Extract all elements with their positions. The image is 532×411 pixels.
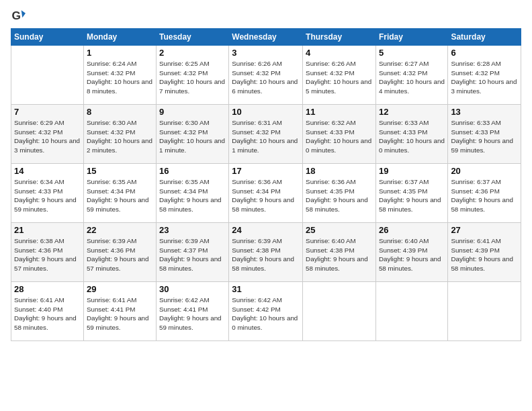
day-number: 7 <box>14 107 81 117</box>
calendar-table: SundayMondayTuesdayWednesdayThursdayFrid… <box>11 28 521 341</box>
day-detail: Sunrise: 6:32 AMSunset: 4:33 PMDaylight:… <box>306 119 371 154</box>
calendar-header-row: SundayMondayTuesdayWednesdayThursdayFrid… <box>11 29 521 46</box>
calendar-cell: 6 Sunrise: 6:28 AMSunset: 4:32 PMDayligh… <box>448 46 521 105</box>
weekday-header: Saturday <box>448 29 521 46</box>
day-number: 23 <box>159 225 226 235</box>
weekday-header: Tuesday <box>156 29 228 46</box>
day-number: 26 <box>379 225 445 235</box>
day-detail: Sunrise: 6:37 AMSunset: 4:36 PMDaylight:… <box>451 178 513 213</box>
calendar-cell <box>303 282 376 341</box>
page: G SundayMondayTuesdayWednesdayThursdayFr… <box>0 0 532 411</box>
calendar-week-row: 1 Sunrise: 6:24 AMSunset: 4:32 PMDayligh… <box>11 46 521 105</box>
day-number: 28 <box>14 284 81 294</box>
day-number: 31 <box>232 284 300 294</box>
day-number: 14 <box>14 166 81 176</box>
day-number: 3 <box>232 48 300 58</box>
day-number: 22 <box>87 225 153 235</box>
calendar-cell: 11 Sunrise: 6:32 AMSunset: 4:33 PMDaylig… <box>303 105 376 164</box>
day-detail: Sunrise: 6:27 AMSunset: 4:32 PMDaylight:… <box>379 60 445 95</box>
day-number: 1 <box>87 48 153 58</box>
day-detail: Sunrise: 6:25 AMSunset: 4:32 PMDaylight:… <box>159 60 225 95</box>
day-number: 2 <box>159 48 226 58</box>
calendar-cell: 26 Sunrise: 6:40 AMSunset: 4:39 PMDaylig… <box>375 223 447 282</box>
day-detail: Sunrise: 6:26 AMSunset: 4:32 PMDaylight:… <box>306 60 371 95</box>
calendar-cell: 2 Sunrise: 6:25 AMSunset: 4:32 PMDayligh… <box>156 46 228 105</box>
weekday-header: Sunday <box>11 29 84 46</box>
day-number: 30 <box>159 284 226 294</box>
day-detail: Sunrise: 6:33 AMSunset: 4:33 PMDaylight:… <box>379 119 445 154</box>
calendar-cell: 28 Sunrise: 6:41 AMSunset: 4:40 PMDaylig… <box>11 282 84 341</box>
day-detail: Sunrise: 6:42 AMSunset: 4:42 PMDaylight:… <box>232 296 298 331</box>
day-number: 11 <box>306 107 373 117</box>
day-number: 12 <box>379 107 445 117</box>
day-detail: Sunrise: 6:41 AMSunset: 4:41 PMDaylight:… <box>87 296 149 331</box>
day-number: 29 <box>87 284 153 294</box>
header: G <box>11 8 521 23</box>
svg-text:G: G <box>12 9 21 22</box>
calendar-cell: 22 Sunrise: 6:39 AMSunset: 4:36 PMDaylig… <box>83 223 156 282</box>
day-detail: Sunrise: 6:24 AMSunset: 4:32 PMDaylight:… <box>87 60 152 95</box>
day-detail: Sunrise: 6:36 AMSunset: 4:35 PMDaylight:… <box>306 178 368 213</box>
day-detail: Sunrise: 6:34 AMSunset: 4:33 PMDaylight:… <box>14 178 77 213</box>
svg-marker-1 <box>21 10 26 17</box>
day-number: 27 <box>451 225 518 235</box>
day-detail: Sunrise: 6:36 AMSunset: 4:34 PMDaylight:… <box>232 178 294 213</box>
calendar-week-row: 14 Sunrise: 6:34 AMSunset: 4:33 PMDaylig… <box>11 164 521 223</box>
calendar-cell: 13 Sunrise: 6:33 AMSunset: 4:33 PMDaylig… <box>448 105 521 164</box>
day-detail: Sunrise: 6:39 AMSunset: 4:37 PMDaylight:… <box>159 237 222 272</box>
calendar-cell: 9 Sunrise: 6:30 AMSunset: 4:32 PMDayligh… <box>156 105 228 164</box>
calendar-cell: 20 Sunrise: 6:37 AMSunset: 4:36 PMDaylig… <box>448 164 521 223</box>
day-detail: Sunrise: 6:31 AMSunset: 4:32 PMDaylight:… <box>232 119 298 154</box>
weekday-header: Wednesday <box>229 29 303 46</box>
calendar-cell: 12 Sunrise: 6:33 AMSunset: 4:33 PMDaylig… <box>375 105 447 164</box>
day-number: 17 <box>232 166 300 176</box>
calendar-cell: 18 Sunrise: 6:36 AMSunset: 4:35 PMDaylig… <box>303 164 376 223</box>
day-detail: Sunrise: 6:39 AMSunset: 4:36 PMDaylight:… <box>87 237 149 272</box>
day-number: 18 <box>306 166 373 176</box>
day-number: 13 <box>451 107 518 117</box>
day-number: 20 <box>451 166 518 176</box>
calendar-cell: 1 Sunrise: 6:24 AMSunset: 4:32 PMDayligh… <box>83 46 156 105</box>
calendar-cell: 30 Sunrise: 6:42 AMSunset: 4:41 PMDaylig… <box>156 282 228 341</box>
calendar-cell: 5 Sunrise: 6:27 AMSunset: 4:32 PMDayligh… <box>375 46 447 105</box>
day-detail: Sunrise: 6:40 AMSunset: 4:39 PMDaylight:… <box>379 237 441 272</box>
calendar-cell: 19 Sunrise: 6:37 AMSunset: 4:35 PMDaylig… <box>375 164 447 223</box>
day-number: 25 <box>306 225 373 235</box>
day-number: 4 <box>306 48 373 58</box>
day-detail: Sunrise: 6:26 AMSunset: 4:32 PMDaylight:… <box>232 60 298 95</box>
day-number: 5 <box>379 48 445 58</box>
day-number: 21 <box>14 225 81 235</box>
day-number: 9 <box>159 107 226 117</box>
day-number: 6 <box>451 48 518 58</box>
calendar-cell: 17 Sunrise: 6:36 AMSunset: 4:34 PMDaylig… <box>229 164 303 223</box>
calendar-cell <box>11 46 84 105</box>
day-number: 24 <box>232 225 300 235</box>
calendar-cell: 31 Sunrise: 6:42 AMSunset: 4:42 PMDaylig… <box>229 282 303 341</box>
calendar-cell: 15 Sunrise: 6:35 AMSunset: 4:34 PMDaylig… <box>83 164 156 223</box>
day-detail: Sunrise: 6:30 AMSunset: 4:32 PMDaylight:… <box>87 119 152 154</box>
day-number: 10 <box>232 107 300 117</box>
calendar-cell: 29 Sunrise: 6:41 AMSunset: 4:41 PMDaylig… <box>83 282 156 341</box>
logo-icon: G <box>11 8 26 23</box>
weekday-header: Friday <box>375 29 447 46</box>
day-detail: Sunrise: 6:30 AMSunset: 4:32 PMDaylight:… <box>159 119 225 154</box>
calendar-cell <box>448 282 521 341</box>
day-number: 19 <box>379 166 445 176</box>
day-detail: Sunrise: 6:29 AMSunset: 4:32 PMDaylight:… <box>14 119 80 154</box>
day-detail: Sunrise: 6:28 AMSunset: 4:32 PMDaylight:… <box>451 60 517 95</box>
calendar-cell: 23 Sunrise: 6:39 AMSunset: 4:37 PMDaylig… <box>156 223 228 282</box>
weekday-header: Thursday <box>303 29 376 46</box>
calendar-week-row: 28 Sunrise: 6:41 AMSunset: 4:40 PMDaylig… <box>11 282 521 341</box>
calendar-cell: 24 Sunrise: 6:39 AMSunset: 4:38 PMDaylig… <box>229 223 303 282</box>
day-number: 16 <box>159 166 226 176</box>
calendar-cell: 10 Sunrise: 6:31 AMSunset: 4:32 PMDaylig… <box>229 105 303 164</box>
calendar-cell: 4 Sunrise: 6:26 AMSunset: 4:32 PMDayligh… <box>303 46 376 105</box>
calendar-cell: 7 Sunrise: 6:29 AMSunset: 4:32 PMDayligh… <box>11 105 84 164</box>
calendar-cell <box>375 282 447 341</box>
day-detail: Sunrise: 6:41 AMSunset: 4:40 PMDaylight:… <box>14 296 77 331</box>
day-number: 8 <box>87 107 153 117</box>
calendar-cell: 21 Sunrise: 6:38 AMSunset: 4:36 PMDaylig… <box>11 223 84 282</box>
calendar-cell: 8 Sunrise: 6:30 AMSunset: 4:32 PMDayligh… <box>83 105 156 164</box>
day-detail: Sunrise: 6:38 AMSunset: 4:36 PMDaylight:… <box>14 237 77 272</box>
calendar-week-row: 21 Sunrise: 6:38 AMSunset: 4:36 PMDaylig… <box>11 223 521 282</box>
